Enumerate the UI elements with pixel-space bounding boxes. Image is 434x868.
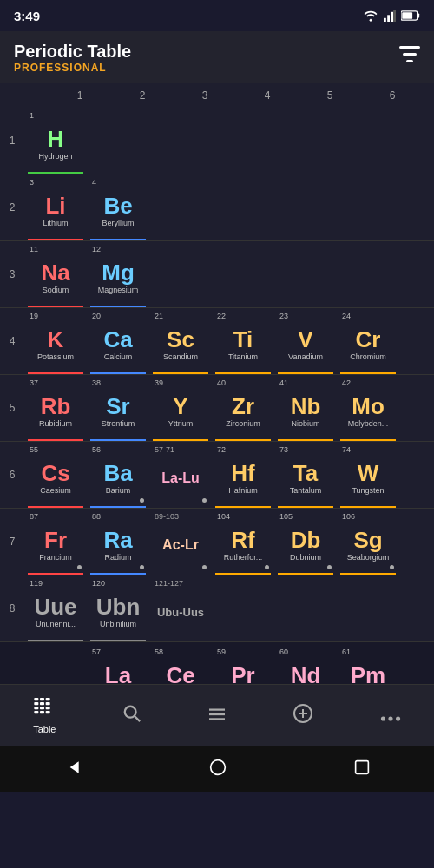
app-title: Periodic Table PROFESSIONAL bbox=[14, 42, 131, 74]
col-5: 5 bbox=[299, 89, 361, 102]
col-3: 3 bbox=[174, 89, 236, 102]
period-row-2: 2 3 Li Lithium 4 Be Beryllium bbox=[0, 174, 434, 240]
nav-table[interactable]: Table bbox=[19, 693, 69, 740]
status-bar: 3:49 bbox=[0, 0, 434, 31]
status-time: 3:49 bbox=[14, 9, 40, 23]
lanthanide-row: 57 La Lanthanum 58 Ce Cerium 59 Pr Prase… bbox=[0, 644, 434, 684]
svg-rect-16 bbox=[35, 707, 39, 709]
element-Ra[interactable]: 88 Ra Radium bbox=[87, 509, 149, 575]
nav-search[interactable] bbox=[108, 699, 155, 733]
lanthanide-section: 57 La Lanthanum 58 Ce Cerium 59 Pr Prase… bbox=[0, 642, 434, 684]
col-6: 6 bbox=[361, 89, 424, 102]
filter-icon[interactable] bbox=[399, 46, 420, 69]
element-Be[interactable]: 4 Be Beryllium bbox=[87, 174, 149, 240]
svg-rect-2 bbox=[391, 12, 393, 22]
signal-icon bbox=[384, 10, 396, 22]
battery-icon bbox=[401, 10, 420, 21]
table-icon bbox=[34, 698, 55, 720]
element-Uue[interactable]: 119 Uue Ununenni... bbox=[24, 575, 87, 641]
recents-button[interactable] bbox=[354, 760, 370, 779]
element-Ubn[interactable]: 120 Ubn Unbinilium bbox=[87, 575, 149, 641]
svg-point-30 bbox=[381, 716, 385, 720]
element-Pm[interactable]: 61 Pm Pro... bbox=[337, 644, 399, 684]
svg-rect-21 bbox=[46, 711, 50, 713]
svg-rect-20 bbox=[40, 711, 44, 713]
element-Rf[interactable]: 104 Rf Rutherfor... bbox=[212, 509, 274, 575]
element-Li[interactable]: 3 Li Lithium bbox=[24, 174, 87, 240]
element-Db[interactable]: 105 Db Dubnium bbox=[274, 509, 337, 575]
wifi-icon bbox=[363, 10, 378, 22]
element-Sc[interactable]: 21 Sc Scandium bbox=[149, 308, 212, 374]
element-Zr[interactable]: 40 Zr Zirconium bbox=[212, 375, 274, 441]
element-Mg[interactable]: 12 Mg Magnesium bbox=[87, 241, 149, 307]
element-Fr[interactable]: 87 Fr Francium bbox=[24, 509, 87, 575]
element-La[interactable]: 57 La Lanthanum bbox=[87, 644, 149, 684]
period-num-7: 7 bbox=[0, 509, 24, 575]
svg-line-23 bbox=[135, 716, 140, 721]
element-Ba[interactable]: 56 Ba Barium bbox=[87, 442, 149, 508]
period-row-3: 3 11 Na Sodium 12 Mg Magnesium bbox=[0, 241, 434, 307]
periodic-table-area: 1 2 3 4 5 6 1 1 H Hydrogen bbox=[0, 83, 434, 684]
svg-rect-5 bbox=[418, 13, 420, 17]
svg-rect-10 bbox=[35, 698, 39, 700]
period-num-8: 8 bbox=[0, 575, 24, 641]
element-Rb[interactable]: 37 Rb Rubidium bbox=[24, 375, 87, 441]
col-4: 4 bbox=[236, 89, 299, 102]
element-Y[interactable]: 39 Y Yttrium bbox=[149, 375, 212, 441]
element-Ta[interactable]: 73 Ta Tantalum bbox=[274, 442, 337, 508]
svg-rect-13 bbox=[35, 702, 39, 705]
element-V[interactable]: 23 V Vanadium bbox=[274, 308, 337, 374]
element-Cr[interactable]: 24 Cr Chromium bbox=[337, 308, 399, 374]
svg-rect-7 bbox=[399, 46, 420, 49]
nav-add[interactable] bbox=[279, 698, 327, 734]
list-icon bbox=[207, 705, 227, 727]
element-Na[interactable]: 11 Na Sodium bbox=[24, 241, 87, 307]
svg-point-22 bbox=[125, 706, 136, 717]
nav-more[interactable] bbox=[366, 700, 415, 733]
period-row-7: 7 87 Fr Francium 88 Ra Radium 89-103 Ac-… bbox=[0, 509, 434, 575]
element-K[interactable]: 19 K Potassium bbox=[24, 308, 87, 374]
periodic-inner: 1 2 3 4 5 6 1 1 H Hydrogen bbox=[0, 83, 434, 684]
search-icon bbox=[122, 704, 141, 728]
col-2: 2 bbox=[111, 89, 174, 102]
element-Hf[interactable]: 72 Hf Hafnium bbox=[212, 442, 274, 508]
period-num-6: 6 bbox=[0, 442, 24, 508]
app-subtitle: PROFESSIONAL bbox=[14, 62, 131, 74]
element-Sg[interactable]: 106 Sg Seaborgium bbox=[337, 509, 399, 575]
period-num-1: 1 bbox=[0, 108, 24, 174]
element-Ti[interactable]: 22 Ti Titanium bbox=[212, 308, 274, 374]
svg-point-31 bbox=[388, 716, 392, 720]
svg-rect-18 bbox=[46, 707, 50, 709]
period-row-8: 8 119 Uue Ununenni... 120 Ubn Unbinilium… bbox=[0, 575, 434, 641]
svg-rect-9 bbox=[406, 60, 413, 62]
more-dots-icon bbox=[380, 705, 401, 727]
status-icons bbox=[363, 10, 420, 22]
svg-rect-11 bbox=[40, 698, 44, 700]
element-Nd[interactable]: 60 Nd Neodymiu... bbox=[274, 644, 337, 684]
nav-list[interactable] bbox=[194, 700, 240, 733]
column-headers: 1 2 3 4 5 6 bbox=[0, 83, 434, 108]
period-row-4: 4 19 K Potassium 20 Ca Calcium 21 Sc Sca… bbox=[0, 308, 434, 374]
element-Nb[interactable]: 41 Nb Niobium bbox=[274, 375, 337, 441]
element-Ca[interactable]: 20 Ca Calcium bbox=[87, 308, 149, 374]
android-nav-bar bbox=[0, 746, 434, 792]
element-Ac-Lr[interactable]: 89-103 Ac-Lr bbox=[149, 509, 212, 575]
element-Sr[interactable]: 38 Sr Strontium bbox=[87, 375, 149, 441]
element-Mo[interactable]: 42 Mo Molybden... bbox=[337, 375, 399, 441]
back-button[interactable] bbox=[64, 759, 82, 780]
period-row-1: 1 1 H Hydrogen bbox=[0, 108, 434, 174]
element-Pr[interactable]: 59 Pr Praseody... bbox=[212, 644, 274, 684]
element-Ubu-Uus[interactable]: 121-127 Ubu-Uus bbox=[149, 575, 212, 641]
svg-point-34 bbox=[211, 760, 226, 774]
period-num-2: 2 bbox=[0, 174, 24, 240]
element-Cs[interactable]: 55 Cs Caesium bbox=[24, 442, 87, 508]
svg-rect-0 bbox=[384, 18, 386, 22]
element-H[interactable]: 1 H Hydrogen bbox=[24, 108, 87, 174]
home-button[interactable] bbox=[209, 759, 227, 780]
app-title-text: Periodic Table bbox=[14, 42, 131, 62]
svg-point-32 bbox=[396, 716, 400, 720]
svg-rect-35 bbox=[356, 760, 369, 773]
element-La-Lu[interactable]: 57-71 La-Lu bbox=[149, 442, 212, 508]
element-W[interactable]: 74 W Tungsten bbox=[337, 442, 399, 508]
element-Ce[interactable]: 58 Ce Cerium bbox=[149, 644, 212, 684]
